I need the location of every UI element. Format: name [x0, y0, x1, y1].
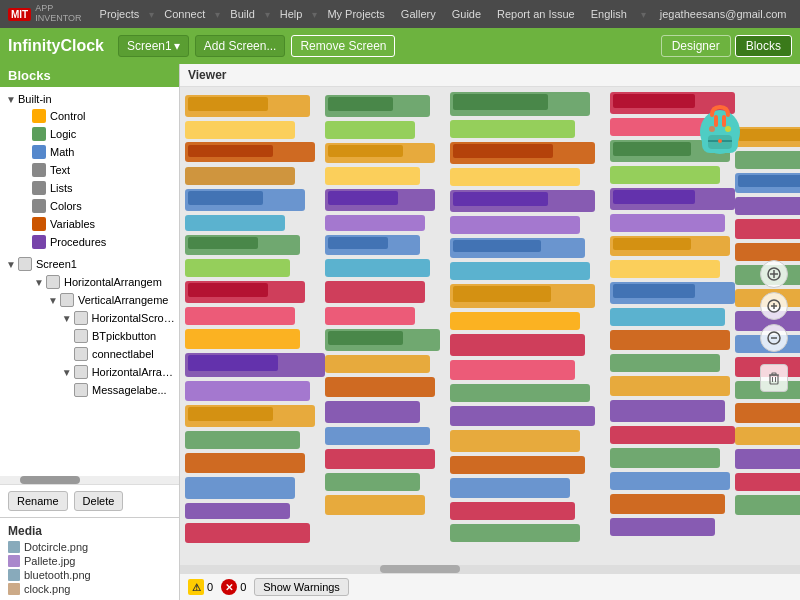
media-icon-2: [8, 569, 20, 581]
nav-gallery[interactable]: Gallery: [395, 6, 442, 22]
builtin-control[interactable]: Control: [0, 107, 179, 125]
component-6[interactable]: Messagelabe...: [0, 381, 179, 399]
svg-rect-101: [738, 175, 800, 187]
media-icon-3: [8, 583, 20, 595]
svg-rect-83: [613, 238, 691, 250]
svg-rect-56: [453, 192, 548, 206]
media-icon-1: [8, 555, 20, 567]
component-2[interactable]: ▼ HorizontalScroll...: [0, 309, 179, 327]
builtin-colors[interactable]: Colors: [0, 197, 179, 215]
nav-my-projects[interactable]: My Projects: [321, 6, 390, 22]
svg-rect-27: [328, 97, 393, 111]
comp0-label: HorizontalArrangem: [64, 276, 162, 288]
show-warnings-button[interactable]: Show Warnings: [254, 578, 349, 596]
nav-user-email[interactable]: jegatheesans@gmail.com: [654, 6, 793, 22]
nav-language[interactable]: English: [585, 6, 633, 22]
builtin-procedures[interactable]: Procedures: [0, 233, 179, 251]
builtin-text[interactable]: Text: [0, 161, 179, 179]
comp5-label: HorizontalArran...: [92, 366, 175, 378]
svg-rect-71: [450, 502, 575, 520]
math-icon: [32, 145, 46, 159]
zoom-in-button[interactable]: [760, 292, 788, 320]
sidebar-scrollbar-track[interactable]: [0, 476, 179, 484]
remove-screen-button[interactable]: Remove Screen: [291, 35, 395, 57]
builtin-variables[interactable]: Variables: [0, 215, 179, 233]
viewer-content[interactable]: [180, 87, 800, 565]
svg-point-123: [709, 126, 715, 132]
svg-point-124: [725, 126, 731, 132]
backpack-icon[interactable]: [690, 97, 750, 157]
blocks-tab[interactable]: Blocks: [735, 35, 792, 57]
svg-rect-66: [450, 384, 590, 402]
svg-rect-24: [185, 503, 290, 519]
svg-rect-68: [450, 430, 580, 452]
svg-rect-115: [735, 495, 800, 515]
component-0[interactable]: ▼ HorizontalArrangem: [0, 273, 179, 291]
component-3[interactable]: BTpickbutton: [0, 327, 179, 345]
svg-rect-59: [453, 240, 541, 252]
svg-rect-31: [325, 167, 420, 185]
svg-rect-102: [735, 197, 800, 215]
media-item-1[interactable]: Pallete.jpg: [8, 554, 171, 568]
add-screen-button[interactable]: Add Screen...: [195, 35, 286, 57]
designer-tab[interactable]: Designer: [661, 35, 731, 57]
comp0-icon: [46, 275, 60, 289]
comp6-label: Messagelabe...: [92, 384, 167, 396]
svg-rect-77: [613, 142, 691, 156]
screen1-button[interactable]: Screen1 ▾: [118, 35, 189, 57]
svg-rect-81: [610, 214, 725, 232]
nav-connect[interactable]: Connect: [158, 6, 211, 22]
builtin-lists[interactable]: Lists: [0, 179, 179, 197]
svg-rect-92: [610, 426, 735, 444]
nav-help[interactable]: Help: [274, 6, 309, 22]
zoom-fit-button[interactable]: [760, 260, 788, 288]
rename-button[interactable]: Rename: [8, 491, 68, 511]
zoom-out-button[interactable]: [760, 324, 788, 352]
colors-icon: [32, 199, 46, 213]
svg-rect-10: [188, 237, 258, 249]
media-header: Media: [8, 522, 171, 540]
procedures-icon: [32, 235, 46, 249]
sidebar-header: Blocks: [0, 64, 179, 87]
sidebar-scrollbar-thumb[interactable]: [20, 476, 80, 484]
svg-rect-51: [450, 120, 575, 138]
component-4[interactable]: connectlabel: [0, 345, 179, 363]
svg-rect-69: [450, 456, 585, 474]
svg-rect-94: [610, 472, 730, 490]
warning-count: 0: [207, 581, 213, 593]
builtin-math[interactable]: Math: [0, 143, 179, 161]
mit-logo-box: MIT: [8, 8, 31, 21]
media-icon-0: [8, 541, 20, 553]
trash-button[interactable]: [760, 364, 788, 392]
nav-build[interactable]: Build: [224, 6, 260, 22]
delete-button[interactable]: Delete: [74, 491, 124, 511]
nav-guide[interactable]: Guide: [446, 6, 487, 22]
screen1-section[interactable]: ▼ Screen1: [0, 255, 179, 273]
comp2-icon: [74, 311, 88, 325]
comp0-toggle: ▼: [32, 277, 46, 288]
viewer-scrollbar-track[interactable]: [180, 565, 800, 573]
nav-report[interactable]: Report an Issue: [491, 6, 581, 22]
nav-sep-4: ▾: [312, 9, 317, 20]
backpack-svg: [690, 97, 750, 157]
svg-rect-50: [453, 94, 548, 110]
viewer-bottom: ⚠ 0 ✕ 0 Show Warnings: [180, 573, 800, 600]
builtin-logic[interactable]: Logic: [0, 125, 179, 143]
svg-rect-65: [450, 360, 575, 380]
svg-rect-86: [613, 284, 695, 298]
component-1[interactable]: ▼ VerticalArrangeme: [0, 291, 179, 309]
colors-label: Colors: [50, 200, 82, 212]
svg-rect-47: [325, 473, 420, 491]
media-item-3[interactable]: clock.png: [8, 582, 171, 596]
mit-logo-subtext: APPINVENTOR: [35, 4, 81, 24]
blocks-canvas[interactable]: [180, 87, 800, 565]
svg-rect-121: [714, 115, 718, 127]
component-5[interactable]: ▼ HorizontalArran...: [0, 363, 179, 381]
media-item-0[interactable]: Dotcircle.png: [8, 540, 171, 554]
builtin-section[interactable]: ▼ Built-in: [0, 91, 179, 107]
media-item-2[interactable]: bluetooth.png: [8, 568, 171, 582]
svg-rect-4: [188, 145, 273, 157]
nav-projects[interactable]: Projects: [94, 6, 146, 22]
viewer-scrollbar-thumb[interactable]: [380, 565, 460, 573]
comp2-toggle: ▼: [60, 313, 74, 324]
